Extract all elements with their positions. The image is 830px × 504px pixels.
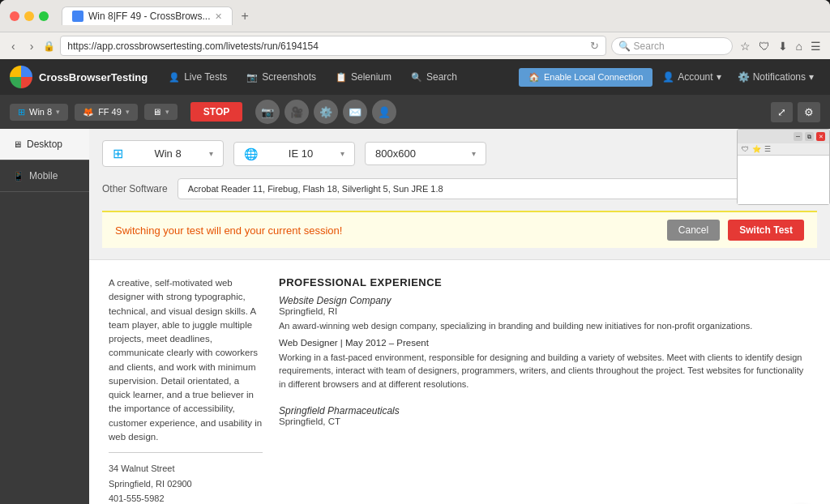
resume-divider <box>109 452 263 453</box>
menu-icon[interactable]: ☰ <box>808 37 824 55</box>
browser-label: FF 49 <box>98 107 122 117</box>
company2-location: Springfield, CT <box>279 416 811 426</box>
os-dropdown-arrow: ▾ <box>56 108 60 116</box>
ie-logo-icon: 🌐 <box>244 147 258 160</box>
role1-description: Working in a fast-paced environment, res… <box>279 351 811 391</box>
nav-item-search[interactable]: 🔍 Search <box>403 68 465 86</box>
bookmark-icon[interactable]: ☆ <box>738 37 753 55</box>
resolution-select-arrow: ▾ <box>472 149 476 158</box>
address-bar: ‹ › 🔒 https://app.crossbrowsertesting.co… <box>0 32 830 59</box>
email-tool-button[interactable]: ✉️ <box>343 100 367 124</box>
resume-left-column: A creative, self-motivated web designer … <box>109 276 263 504</box>
address-line: 34 Walnut Street <box>109 461 263 476</box>
mobile-icon: 📱 <box>13 171 24 182</box>
city-state-zip: Springfield, RI 02900 <box>109 476 263 492</box>
nav-screenshots-label: Screenshots <box>262 71 316 83</box>
nav-selenium-label: Selenium <box>351 71 391 83</box>
local-connection-button[interactable]: 🏠 Enable Local Connection <box>519 68 652 87</box>
account-label: Account <box>678 71 712 83</box>
title-bar: Win 8|FF 49 - CrossBrows... ✕ + <box>0 0 830 32</box>
mobile-label: Mobile <box>29 170 58 182</box>
bio-text: A creative, self-motivated web designer … <box>109 276 263 444</box>
switch-warning-bar: Switching your test will end your curren… <box>102 211 817 248</box>
display-dropdown-arrow: ▾ <box>165 108 169 116</box>
resume-section: A creative, self-motivated web designer … <box>89 260 830 504</box>
cancel-button[interactable]: Cancel <box>667 220 720 241</box>
url-input[interactable]: https://app.crossbrowsertesting.com/live… <box>60 36 605 56</box>
back-button[interactable]: ‹ <box>6 37 20 55</box>
download-icon[interactable]: ⬇ <box>776 37 790 55</box>
gear-button[interactable]: ⚙ <box>798 102 820 122</box>
os-badge[interactable]: ⊞ Win 8 ▾ <box>10 104 68 121</box>
video-tool-button[interactable]: 🎥 <box>285 100 309 124</box>
local-connection-label: Enable Local Connection <box>544 72 643 82</box>
desktop-label: Desktop <box>27 139 62 150</box>
url-text: https://app.crossbrowsertesting.com/live… <box>67 41 319 52</box>
inner-minimize-button[interactable]: ─ <box>794 132 802 141</box>
user-tool-button[interactable]: 👤 <box>372 100 396 124</box>
resolution-select[interactable]: 800x600 ▾ <box>365 142 486 165</box>
other-software-label: Other Software <box>102 183 168 194</box>
app-navigation: CrossBrowserTesting 👤 Live Tests 📷 Scree… <box>0 59 830 95</box>
tool-icons-group: 📷 🎥 ⚙️ ✉️ 👤 <box>255 100 396 124</box>
brand: CrossBrowserTesting <box>10 66 148 88</box>
traffic-lights <box>10 11 49 21</box>
inner-restore-button[interactable]: ⧉ <box>805 132 814 141</box>
home-icon[interactable]: ⌂ <box>794 37 805 55</box>
display-badge[interactable]: 🖥 ▾ <box>144 104 178 120</box>
brand-logo <box>10 66 32 88</box>
content-wrapper: 🖥 Desktop 📱 Mobile ⊞ Win 8 ▾ 🌐 IE 10 ▾ <box>0 129 830 504</box>
refresh-button[interactable]: ↻ <box>590 40 599 52</box>
nav-live-tests-label: Live Tests <box>184 71 227 83</box>
maximize-button[interactable] <box>39 11 49 21</box>
settings-buttons: ⤢ ⚙ <box>771 102 820 122</box>
nav-search-label: Search <box>426 71 457 83</box>
screenshot-tool-button[interactable]: 📷 <box>255 100 280 124</box>
browser-dropdown-arrow: ▾ <box>126 108 130 116</box>
browser-badge[interactable]: 🦊 FF 49 ▾ <box>75 104 138 121</box>
role1-title: Web Designer | May 2012 – Present <box>279 338 811 348</box>
stop-button[interactable]: STOP <box>190 102 242 122</box>
close-button[interactable] <box>10 11 19 21</box>
company1-location: Springfield, RI <box>279 306 811 316</box>
shield-icon[interactable]: 🛡 <box>756 37 772 55</box>
nav-item-screenshots[interactable]: 📷 Screenshots <box>238 68 324 86</box>
config-and-resume: ⊞ Win 8 ▾ 🌐 IE 10 ▾ 800x600 ▾ Other Soft… <box>89 129 830 504</box>
active-tab[interactable]: Win 8|FF 49 - CrossBrows... ✕ <box>62 6 233 25</box>
tab-close-button[interactable]: ✕ <box>215 11 222 22</box>
os-label: Win 8 <box>29 107 52 117</box>
left-sidebar: 🖥 Desktop 📱 Mobile <box>0 129 89 504</box>
tab-bar: Win 8|FF 49 - CrossBrows... ✕ + <box>62 6 820 25</box>
inner-menu-icon: ☰ <box>764 145 771 153</box>
settings-tool-button[interactable]: ⚙️ <box>314 100 338 124</box>
screenshots-icon: 📷 <box>246 72 258 83</box>
os-browser-row: ⊞ Win 8 ▾ 🌐 IE 10 ▾ 800x600 ▾ <box>102 140 817 167</box>
other-software-select[interactable]: Acrobat Reader 11, Firebug, Flash 18, Si… <box>178 178 817 199</box>
inner-browser-toolbar: 🛡 ⭐ ☰ <box>738 143 829 156</box>
professional-experience-title: PROFESSIONAL EXPERIENCE <box>279 276 811 288</box>
firefox-icon: 🦊 <box>83 107 94 117</box>
browser-search[interactable]: 🔍 Search <box>611 37 733 55</box>
other-software-value: Acrobat Reader 11, Firebug, Flash 18, Si… <box>188 184 443 194</box>
fullscreen-button[interactable]: ⤢ <box>771 102 793 122</box>
notifications-dropdown[interactable]: ⚙️ Notifications ▾ <box>731 68 820 86</box>
browser-select-value: IE 10 <box>289 147 313 160</box>
new-tab-button[interactable]: + <box>236 7 253 25</box>
switch-test-button[interactable]: Switch Test <box>728 220 804 241</box>
browser-toolbar: ☆ 🛡 ⬇ ⌂ ☰ <box>738 37 824 55</box>
os-select[interactable]: ⊞ Win 8 ▾ <box>102 140 224 167</box>
forward-button[interactable]: › <box>25 37 39 55</box>
desktop-tab[interactable]: 🖥 Desktop <box>0 129 89 160</box>
mobile-tab[interactable]: 📱 Mobile <box>0 160 89 192</box>
minimize-button[interactable] <box>24 11 34 21</box>
search-placeholder: Search <box>634 41 665 52</box>
browser-select[interactable]: 🌐 IE 10 ▾ <box>233 142 355 166</box>
nav-item-live-tests[interactable]: 👤 Live Tests <box>160 68 235 86</box>
account-dropdown[interactable]: 👤 Account ▾ <box>656 68 727 86</box>
nav-item-selenium[interactable]: 📋 Selenium <box>327 68 400 86</box>
account-chevron-icon: ▾ <box>717 71 721 83</box>
windows-icon: ⊞ <box>18 107 25 117</box>
software-row: Other Software Acrobat Reader 11, Firebu… <box>102 178 817 199</box>
inner-shield-icon: 🛡 <box>742 145 749 153</box>
inner-close-button[interactable]: ✕ <box>816 132 825 141</box>
